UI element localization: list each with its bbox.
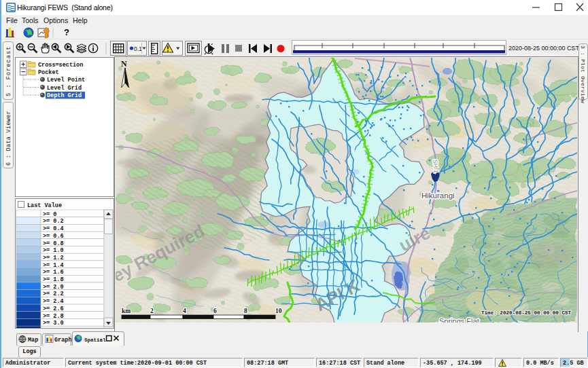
- svg-text:>= 1.0: >= 1.0: [43, 247, 64, 254]
- svg-text:Springs Flat: Springs Flat: [439, 317, 479, 323]
- svg-text:Spatial: Spatial: [84, 337, 106, 343]
- svg-text:Level Grid: Level Grid: [47, 85, 82, 92]
- svg-text:Pocket: Pocket: [38, 69, 59, 76]
- svg-text:>= 0.2: >= 0.2: [43, 218, 64, 225]
- svg-text:Hikurangi: Hikurangi: [421, 191, 455, 200]
- svg-text:>= 3.2: >= 3.2: [43, 327, 64, 328]
- svg-text:>= 0.6: >= 0.6: [43, 233, 64, 240]
- svg-text:>= 1.4: >= 1.4: [43, 262, 64, 269]
- svg-text:>= 2.0: >= 2.0: [43, 284, 64, 291]
- svg-text:Graph: Graph: [54, 337, 72, 344]
- svg-text:Level Point: Level Point: [47, 77, 85, 84]
- svg-text:>= 1.2: >= 1.2: [43, 255, 64, 261]
- svg-text:Cross=section: Cross=section: [38, 62, 83, 69]
- svg-text:>= 2.2: >= 2.2: [43, 291, 64, 297]
- svg-text:>= 2.8: >= 2.8: [43, 313, 64, 320]
- svg-text:2: 2: [150, 308, 154, 314]
- svg-text:2020-08-25 00:00:00 CST: 2020-08-25 00:00:00 CST: [508, 45, 578, 52]
- svg-text:>= 1.6: >= 1.6: [43, 269, 64, 276]
- svg-text:10: 10: [275, 308, 282, 314]
- svg-text:>= 0: >= 0: [43, 211, 56, 218]
- svg-text:6 : Data Viewer: 6 : Data Viewer: [5, 111, 12, 166]
- svg-text:>= 3.0: >= 3.0: [43, 320, 64, 327]
- svg-text:6: 6: [213, 308, 217, 314]
- svg-text:>= 1.8: >= 1.8: [43, 276, 64, 283]
- svg-text:Map: Map: [28, 337, 38, 344]
- svg-text:Time: 2020-08-25 00:00:00 CST: Time: 2020-08-25 00:00:00 CST: [481, 310, 572, 316]
- svg-text:Last Value: Last Value: [27, 202, 62, 209]
- svg-text:>= 2.6: >= 2.6: [43, 306, 64, 312]
- svg-text:0.1: 0.1: [134, 45, 142, 52]
- svg-text:>= 2.4: >= 2.4: [43, 298, 64, 305]
- svg-text:Depth Grid: Depth Grid: [47, 92, 82, 99]
- svg-text:4: 4: [183, 308, 186, 314]
- svg-text:SH 1: SH 1: [432, 159, 440, 173]
- svg-text:km: km: [122, 308, 131, 314]
- svg-text:8: 8: [244, 308, 247, 314]
- svg-text:>= 0.4: >= 0.4: [43, 225, 64, 232]
- svg-text:>= 0.8: >= 0.8: [43, 240, 64, 247]
- svg-text:N: N: [121, 59, 127, 69]
- svg-text:5 : Forecast: 5 : Forecast: [5, 46, 12, 96]
- svg-text:3 : Plot Overview: 3 : Plot Overview: [580, 45, 586, 103]
